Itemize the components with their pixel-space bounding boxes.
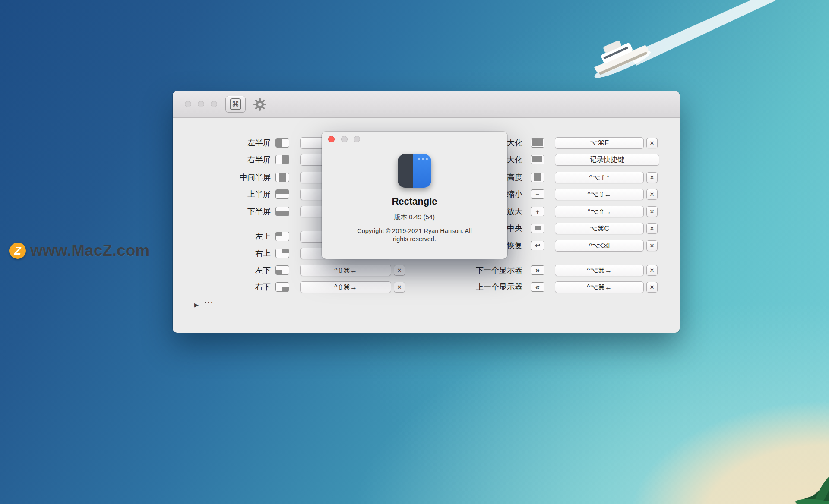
maximize-height-icon [531,173,544,182]
shortcut-field[interactable]: ⌥⌘C [555,223,644,234]
more-options-button[interactable]: ⋯ [204,298,214,307]
shortcut-field[interactable]: ^⌥⌘→ [555,265,644,276]
version-text: 版本 0.49 (54) [322,213,507,221]
copyright-line-2: rights reserved. [322,235,507,243]
center-icon [531,224,544,233]
clear-shortcut-button[interactable]: ✕ [646,223,658,234]
zoom-button[interactable] [354,136,360,142]
clear-shortcut-button[interactable]: ✕ [646,265,658,276]
macz-logo: Z [9,243,26,259]
action-label: 上一个显示器 [414,281,522,293]
app-name: Rectangle [322,196,507,207]
shortcut-field[interactable]: ^⌥⌘← [555,281,644,293]
close-button[interactable] [328,136,335,142]
shortcut-field[interactable]: ^⌥⌫ [555,240,644,252]
watermark-text: www.MacZ.com [30,242,149,260]
minus-icon: − [531,189,544,199]
clear-shortcut-button[interactable]: ✕ [646,172,658,183]
disclosure-triangle[interactable]: ▶ [194,302,199,308]
clear-shortcut-button[interactable]: ✕ [646,189,658,200]
record-shortcut-field[interactable]: 记录快捷键 [555,154,659,166]
zoom-button[interactable] [211,101,217,107]
shortcut-field[interactable]: ^⌥⇧→ [555,206,644,217]
tab-settings[interactable] [253,97,267,112]
gear-icon [253,98,267,111]
restore-icon: ↩ [531,241,544,250]
about-rectangle-dialog: Rectangle 版本 0.49 (54) Copyright © 2019-… [322,132,507,259]
clear-shortcut-button[interactable]: ✕ [646,138,658,148]
clear-shortcut-button[interactable]: ✕ [646,282,658,293]
shortcut-field[interactable]: ^⌥⇧↑ [555,172,644,183]
tab-shortcuts[interactable]: ⌘ [225,96,246,113]
command-key-icon: ⌘ [230,98,241,110]
prev-display-icon: « [531,282,544,292]
shortcut-row-next-display: 下一个显示器 » ^⌥⌘→ ✕ [173,264,680,276]
minimize-button[interactable] [198,101,204,107]
clear-shortcut-button[interactable]: ✕ [646,206,658,217]
minimize-button[interactable] [341,136,348,142]
clear-shortcut-button[interactable]: ✕ [646,240,658,251]
palm-leaves [769,444,829,504]
shortcut-field[interactable]: ^⌥⇧← [555,189,644,200]
shortcut-field[interactable]: ⌥⌘F [555,137,644,149]
copyright-line-1: Copyright © 2019-2021 Ryan Hanson. All [322,227,507,235]
close-button[interactable] [185,101,191,107]
watermark: Z www.MacZ.com [9,242,149,260]
almost-maximize-icon [531,155,544,164]
maximize-icon [531,138,544,148]
rectangle-app-icon [398,154,431,188]
next-display-icon: » [531,265,544,275]
action-label: 下一个显示器 [414,264,522,276]
copyright-text: Copyright © 2019-2021 Ryan Hanson. All r… [322,227,507,243]
shortcut-row-prev-display: 上一个显示器 « ^⌥⌘← ✕ [173,281,680,293]
plus-icon: + [531,207,544,216]
window-titlebar[interactable]: ⌘ [173,91,680,118]
